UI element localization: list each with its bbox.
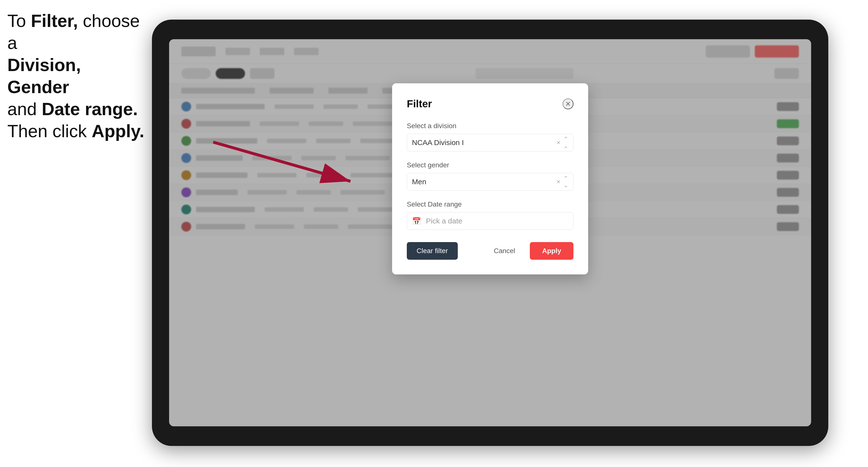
gender-arrow-icon: ⌃⌄ [563, 175, 568, 189]
daterange-bold: Date range. [42, 99, 138, 119]
division-arrow-icon: ⌃⌄ [563, 136, 568, 150]
gender-form-group: Select gender Men × ⌃⌄ [407, 161, 574, 191]
date-form-group: Select Date range 📅 Pick a date [407, 200, 574, 230]
tablet-screen: Filter × Select a division NCAA Division… [169, 39, 811, 426]
date-input[interactable]: 📅 Pick a date [407, 212, 574, 230]
apply-button[interactable]: Apply [530, 242, 574, 260]
division-gender-bold: Division, Gender [7, 55, 81, 97]
modal-footer: Clear filter Cancel Apply [407, 242, 574, 260]
clear-filter-button[interactable]: Clear filter [407, 242, 458, 260]
gender-select[interactable]: Men × ⌃⌄ [407, 173, 574, 191]
division-clear-icon[interactable]: × [557, 139, 560, 147]
cancel-button[interactable]: Cancel [484, 242, 525, 260]
calendar-icon: 📅 [412, 217, 421, 225]
modal-header: Filter × [407, 98, 574, 110]
date-placeholder: Pick a date [426, 217, 462, 225]
gender-select-value: Men [412, 178, 426, 186]
apply-bold: Apply. [92, 121, 144, 141]
division-form-group: Select a division NCAA Division I × ⌃⌄ [407, 122, 574, 151]
gender-label: Select gender [407, 161, 574, 169]
select-controls-gender: × ⌃⌄ [557, 175, 568, 189]
select-controls: × ⌃⌄ [557, 136, 568, 150]
division-select[interactable]: NCAA Division I × ⌃⌄ [407, 134, 574, 151]
instruction-text: To Filter, choose a Division, Gender and… [7, 10, 145, 142]
tablet: Filter × Select a division NCAA Division… [152, 20, 828, 446]
division-select-value: NCAA Division I [412, 138, 464, 147]
modal-overlay: Filter × Select a division NCAA Division… [169, 39, 811, 426]
gender-clear-icon[interactable]: × [557, 178, 560, 186]
filter-modal: Filter × Select a division NCAA Division… [392, 83, 588, 274]
date-label: Select Date range [407, 200, 574, 208]
modal-close-button[interactable]: × [563, 98, 574, 109]
footer-right-buttons: Cancel Apply [484, 242, 574, 260]
division-label: Select a division [407, 122, 574, 130]
modal-title: Filter [407, 98, 432, 110]
